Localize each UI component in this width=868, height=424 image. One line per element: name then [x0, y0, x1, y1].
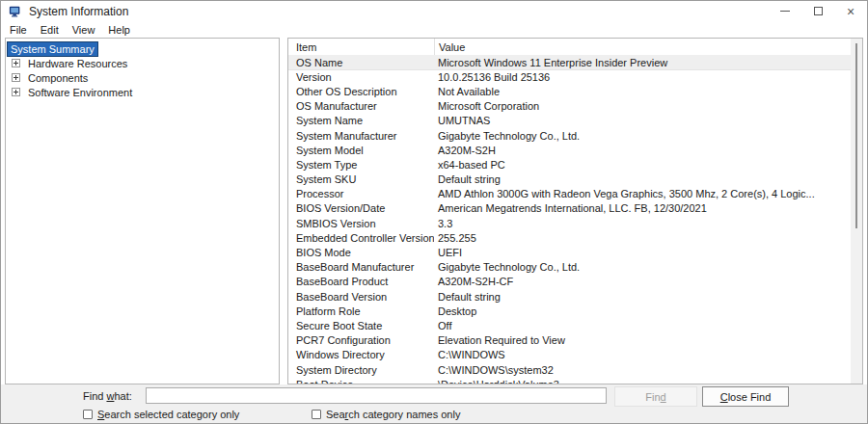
window-title: System Information: [29, 5, 128, 18]
value-cell: 255.255: [434, 232, 851, 244]
item-cell: Secure Boot State: [288, 320, 434, 331]
value-cell: UEFI: [434, 247, 851, 258]
item-cell: PCR7 Configuration: [288, 334, 434, 346]
sidebar-item-components[interactable]: Components: [6, 70, 279, 85]
value-cell: 10.0.25136 Build 25136: [434, 71, 851, 83]
value-cell: C:\WINDOWS\system32: [434, 364, 851, 376]
menu-edit[interactable]: Edit: [34, 23, 66, 37]
main-area: System SummaryHardware ResourcesComponen…: [5, 38, 863, 384]
table-row[interactable]: BaseBoard VersionDefault string: [288, 289, 851, 304]
table-row[interactable]: Version10.0.25136 Build 25136: [288, 69, 851, 84]
value-cell: A320M-S2H-CF: [434, 276, 851, 287]
item-cell: System Manufacturer: [288, 130, 434, 142]
value-cell: C:\WINDOWS: [434, 349, 851, 360]
item-cell: OS Name: [288, 57, 434, 68]
table-row[interactable]: System Typex64-based PC: [288, 157, 851, 172]
value-cell: Microsoft Corporation: [434, 100, 851, 112]
title-bar: System Information ×: [1, 1, 867, 21]
table-row[interactable]: ProcessorAMD Athlon 3000G with Radeon Ve…: [288, 187, 851, 201]
sidebar-item-software-environment[interactable]: Software Environment: [6, 85, 279, 99]
table-row[interactable]: SMBIOS Version3.3: [288, 216, 851, 230]
item-cell: System Model: [288, 145, 434, 156]
find-button[interactable]: Find: [614, 386, 697, 407]
item-cell: BaseBoard Product: [288, 276, 434, 287]
column-header-item[interactable]: Item: [288, 39, 435, 55]
value-cell: A320M-S2H: [434, 145, 851, 156]
details-panel[interactable]: Item Value OS NameMicrosoft Windows 11 E…: [287, 38, 863, 384]
minimize-icon: [780, 11, 790, 12]
tree: System SummaryHardware ResourcesComponen…: [6, 41, 279, 99]
item-cell: OS Manufacturer: [288, 100, 434, 112]
table-row[interactable]: System ModelA320M-S2H: [288, 143, 851, 157]
sidebar-item-label: System Summary: [8, 42, 97, 56]
item-cell: Version: [288, 71, 434, 83]
table-body: OS NameMicrosoft Windows 11 Enterprise I…: [288, 55, 851, 384]
search-category-names-label: Search category names only: [326, 409, 460, 420]
find-bar: Find what: Find Close Find Search select…: [1, 384, 867, 423]
expand-plus-icon[interactable]: [12, 88, 20, 96]
menu-help[interactable]: Help: [101, 23, 137, 37]
expand-plus-icon[interactable]: [12, 59, 20, 67]
table-row[interactable]: Other OS DescriptionNot Available: [288, 84, 851, 98]
category-tree-panel[interactable]: System SummaryHardware ResourcesComponen…: [5, 38, 280, 384]
item-cell: BaseBoard Version: [288, 291, 434, 303]
table-header: Item Value: [288, 39, 851, 56]
sidebar-item-label: Components: [25, 71, 91, 85]
value-cell: Not Available: [434, 86, 851, 97]
table-row[interactable]: Embedded Controller Version255.255: [288, 230, 851, 245]
scrollbar-thumb[interactable]: [855, 43, 857, 228]
table-row[interactable]: OS ManufacturerMicrosoft Corporation: [288, 99, 851, 114]
table-row[interactable]: Windows DirectoryC:\WINDOWS: [288, 348, 851, 362]
table-row[interactable]: Secure Boot StateOff: [288, 318, 851, 332]
table-row[interactable]: OS NameMicrosoft Windows 11 Enterprise I…: [288, 55, 851, 69]
table-row[interactable]: Boot Device\Device\HarddiskVolume3: [288, 377, 851, 384]
value-cell: Microsoft Windows 11 Enterprise Insider …: [434, 57, 851, 68]
value-cell: Off: [434, 320, 851, 331]
expand-plus-icon[interactable]: [12, 73, 20, 82]
table-row[interactable]: BIOS Version/DateAmerican Megatrends Int…: [288, 201, 851, 216]
sidebar-item-system-summary[interactable]: System Summary: [6, 41, 279, 56]
sidebar-item-hardware-resources[interactable]: Hardware Resources: [6, 56, 279, 70]
value-cell: UMUTNAS: [434, 115, 851, 126]
table-row[interactable]: System DirectoryC:\WINDOWS\system32: [288, 362, 851, 377]
menu-view[interactable]: View: [66, 23, 102, 37]
table-row[interactable]: BaseBoard ManufacturerGigabyte Technolog…: [288, 260, 851, 275]
window-controls: ×: [769, 1, 867, 21]
vertical-scrollbar[interactable]: [851, 39, 862, 384]
find-what-label: Find what:: [83, 390, 132, 402]
value-cell: Default string: [434, 173, 851, 185]
menu-file[interactable]: File: [3, 23, 34, 37]
table-row[interactable]: BIOS ModeUEFI: [288, 245, 851, 259]
search-selected-category-checkbox[interactable]: Search selected category only: [83, 409, 239, 420]
item-cell: BIOS Mode: [288, 247, 434, 258]
table-row[interactable]: System ManufacturerGigabyte Technology C…: [288, 128, 851, 143]
item-cell: Platform Role: [288, 305, 434, 317]
item-cell: BaseBoard Manufacturer: [288, 261, 434, 273]
checkbox-icon: [312, 410, 321, 419]
value-cell: x64-based PC: [434, 159, 851, 171]
maximize-button[interactable]: [801, 1, 834, 21]
table-row[interactable]: PCR7 ConfigurationElevation Required to …: [288, 333, 851, 348]
checkbox-icon: [83, 410, 93, 419]
table-row[interactable]: BaseBoard ProductA320M-S2H-CF: [288, 275, 851, 289]
table-row[interactable]: System NameUMUTNAS: [288, 114, 851, 128]
minimize-button[interactable]: [769, 1, 801, 21]
table-row[interactable]: Platform RoleDesktop: [288, 304, 851, 318]
sidebar-item-label: Software Environment: [25, 86, 135, 99]
table-row[interactable]: System SKUDefault string: [288, 172, 851, 187]
value-cell: AMD Athlon 3000G with Radeon Vega Graphi…: [434, 188, 851, 199]
item-cell: System Directory: [288, 364, 434, 376]
maximize-icon: [814, 7, 823, 15]
app-icon: [9, 5, 22, 18]
value-cell: Elevation Required to View: [434, 334, 851, 346]
close-icon: ×: [847, 5, 854, 18]
item-cell: System SKU: [288, 173, 434, 185]
value-cell: Default string: [434, 291, 851, 303]
column-header-value[interactable]: Value: [435, 41, 465, 53]
item-cell: System Name: [288, 115, 434, 126]
close-button[interactable]: ×: [834, 1, 867, 21]
item-cell: Other OS Description: [288, 86, 434, 97]
search-category-names-checkbox[interactable]: Search category names only: [312, 409, 460, 420]
find-input[interactable]: [146, 387, 607, 404]
close-find-button[interactable]: Close Find: [702, 386, 789, 407]
